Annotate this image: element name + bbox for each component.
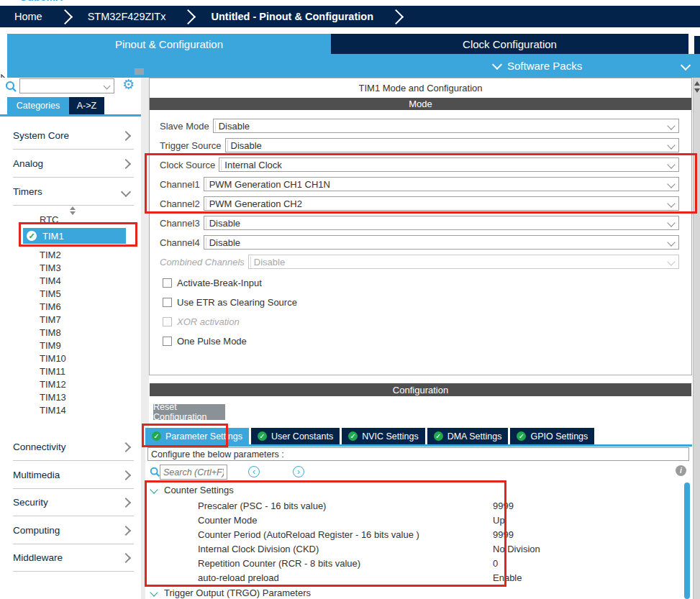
list-item-tim8[interactable]: TIM8	[40, 326, 61, 339]
breadcrumb-current-page[interactable]: Untitled - Pinout & Configuration	[211, 11, 373, 22]
sidebar-tab-categories[interactable]: Categories	[7, 97, 69, 114]
list-item-tim14[interactable]: TIM14	[40, 403, 66, 416]
chevron-right-icon	[121, 497, 131, 507]
search-icon	[5, 81, 17, 93]
search-next-icon[interactable]: ›	[293, 466, 304, 477]
checkbox-icon	[163, 337, 172, 346]
list-item-tim4[interactable]: TIM4	[40, 274, 61, 287]
param-name[interactable]: Counter Mode	[198, 513, 257, 526]
list-item-rtc[interactable]: RTC	[40, 213, 58, 226]
sidebar-item-analog[interactable]: Analog	[13, 150, 134, 178]
configuration-section-header: Configuration	[150, 383, 691, 396]
sidebar-tab-az[interactable]: A->Z	[69, 97, 104, 114]
tree-group-trigger-output-trgo[interactable]: Trigger Output (TRGO) Parameters	[151, 586, 311, 599]
sidebar-item-timers[interactable]: Timers	[13, 178, 134, 206]
tab-parameter-settings[interactable]: ✓ Parameter Settings	[145, 428, 249, 444]
channel4-select[interactable]: Disable	[204, 235, 679, 250]
software-packs-bar: Software Packs	[7, 54, 700, 78]
list-item-tim10[interactable]: TIM10	[40, 352, 66, 365]
list-item-tim5[interactable]: TIM5	[40, 287, 61, 300]
list-item-tim12[interactable]: TIM12	[40, 378, 66, 390]
clock-source-select[interactable]: Internal Clock	[219, 157, 679, 172]
chevron-right-icon	[121, 470, 131, 480]
checkbox-icon	[163, 317, 172, 326]
channel3-select[interactable]: Disable	[204, 216, 679, 230]
breadcrumb-mcu[interactable]: STM32F429ZITx	[88, 11, 166, 22]
param-name[interactable]: Internal Clock Division (CKD)	[198, 542, 319, 555]
param-value[interactable]: 9999	[493, 499, 514, 512]
param-value[interactable]: Up	[493, 513, 505, 526]
list-item-tim6[interactable]: TIM6	[40, 300, 61, 313]
sidebar-item-connectivity[interactable]: Connectivity	[13, 434, 134, 461]
list-item-tim13[interactable]: TIM13	[40, 390, 66, 403]
ip-search-combo[interactable]	[19, 78, 114, 93]
list-item-tim11[interactable]: TIM11	[40, 365, 65, 378]
sidebar: ⚙ Categories A->Z System Core Analog Tim…	[0, 78, 141, 599]
tree-group-counter-settings[interactable]: Counter Settings	[151, 483, 234, 496]
tab-dma-settings[interactable]: ✓ DMA Settings	[427, 428, 509, 444]
checkbox-xor-activation: XOR activation	[163, 316, 240, 327]
chevron-right-icon	[121, 158, 131, 168]
chevron-down-icon	[667, 219, 675, 227]
breadcrumb: Home STM32F429ZITx Untitled - Pinout & C…	[0, 6, 700, 27]
channel1-select[interactable]: PWM Generation CH1 CH1N	[204, 177, 679, 191]
reset-configuration-button[interactable]: Reset Configuration	[153, 404, 225, 420]
gear-icon[interactable]: ⚙	[122, 76, 135, 93]
breadcrumb-chevron-icon	[388, 9, 404, 24]
field-trigger-source: Trigger Source Disable	[160, 138, 679, 152]
param-value[interactable]: 9999	[493, 528, 514, 541]
param-value[interactable]: Enable	[493, 571, 522, 584]
parameters-scrollbar-thumb[interactable]	[684, 483, 690, 599]
tab-user-constants[interactable]: ✓ User Constants	[251, 428, 340, 444]
checkbox-activate-break-input[interactable]: Activate-Break-Input	[163, 277, 262, 288]
list-item-tim9[interactable]: TIM9	[40, 339, 61, 352]
checkbox-one-pulse-mode[interactable]: One Pulse Mode	[163, 335, 247, 347]
tab-clock-configuration[interactable]: Clock Configuration	[331, 34, 688, 54]
chevron-down-icon	[667, 122, 675, 129]
scroll-down-icon[interactable]	[694, 88, 700, 93]
channel2-select[interactable]: PWM Generation CH2	[204, 196, 679, 211]
sidebar-item-security[interactable]: Security	[13, 489, 134, 516]
window-scrollbar[interactable]	[693, 78, 700, 599]
param-value[interactable]: 0	[493, 557, 498, 570]
sidebar-tab-underline	[0, 114, 141, 116]
tab-nvic-settings[interactable]: ✓ NVIC Settings	[342, 428, 425, 444]
breadcrumb-home[interactable]: Home	[14, 11, 42, 22]
sidebar-item-computing[interactable]: Computing	[13, 517, 134, 544]
chevron-down-icon[interactable]	[681, 60, 691, 70]
sidebar-item-middleware[interactable]: Middleware	[13, 544, 134, 572]
slave-mode-select[interactable]: Disable	[213, 119, 679, 133]
checkbox-use-etr-clearing-source[interactable]: Use ETR as Clearing Source	[163, 296, 297, 308]
list-item-tim3[interactable]: TIM3	[40, 261, 61, 274]
param-name[interactable]: auto-reload preload	[198, 571, 279, 584]
tab-pinout-configuration[interactable]: Pinout & Configuration	[7, 34, 331, 54]
sidebar-item-system-core[interactable]: System Core	[13, 122, 134, 150]
scroll-up-icon[interactable]	[694, 81, 700, 86]
mode-section-header: Mode	[150, 98, 691, 110]
software-packs-dropdown[interactable]: Software Packs	[494, 54, 582, 78]
search-previous-icon[interactable]: ‹	[248, 466, 260, 477]
cubemx-logo: CubeMX	[19, 0, 77, 4]
list-collapse-spinner-icon[interactable]	[70, 206, 76, 215]
check-icon: ✓	[27, 231, 37, 241]
param-value[interactable]: No Division	[493, 542, 540, 555]
list-item-tim7[interactable]: TIM7	[40, 313, 61, 326]
parameters-search-input[interactable]	[160, 465, 227, 480]
param-name[interactable]: Repetition Counter (RCR - 8 bits value)	[198, 557, 360, 570]
chevron-down-icon	[121, 186, 131, 196]
check-icon: ✓	[434, 431, 443, 441]
mode-panel: TIM1 Mode and Configuration Mode Slave M…	[149, 78, 692, 375]
trigger-source-select[interactable]: Disable	[225, 138, 680, 152]
sidebar-item-multimedia[interactable]: Multimedia	[13, 462, 134, 489]
configuration-tabs: ✓ Parameter Settings ✓ User Constants ✓ …	[145, 428, 594, 444]
splitter-handle[interactable]	[135, 68, 144, 75]
param-name[interactable]: Prescaler (PSC - 16 bits value)	[198, 499, 326, 512]
field-slave-mode: Slave Mode Disable	[160, 119, 679, 133]
parameter-settings-panel: Configure the below parameters : ‹ › i C…	[145, 447, 692, 599]
tab-gpio-settings[interactable]: ✓ GPIO Settings	[510, 428, 594, 444]
info-icon[interactable]: i	[676, 465, 686, 476]
list-item-tim2[interactable]: TIM2	[40, 248, 61, 261]
chevron-down-icon	[667, 160, 675, 168]
param-name[interactable]: Counter Period (AutoReload Register - 16…	[198, 528, 419, 541]
list-item-tim1-selected[interactable]: ✓ TIM1	[23, 228, 126, 244]
